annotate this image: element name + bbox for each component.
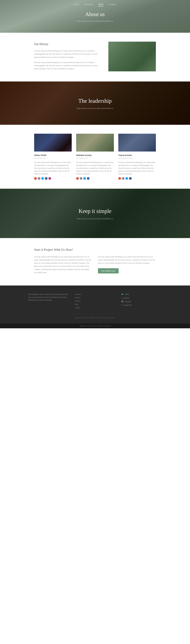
- team-role-2: Co-Founder, CFO: [76, 157, 114, 160]
- twitter-icon: 🐦: [121, 293, 124, 296]
- team-bio-3: Even the all-powerful Pointing has no co…: [118, 161, 156, 175]
- footer-bottom: Made with love by FreeHTML5.co | Photo D…: [28, 314, 162, 319]
- google-icon-3[interactable]: G: [118, 177, 121, 180]
- watermark-text: 仿制翻台论坛bbs.sleniao.com免责不在侵权使用: [1, 325, 189, 327]
- team-bio-2: Even the all-powerful Pointing has no co…: [76, 161, 114, 175]
- team-bio-1: Even the all-powerful Pointing has no co…: [34, 161, 72, 175]
- nav-about[interactable]: About: [98, 3, 103, 6]
- history-text: Our History Even the all-powerful Pointi…: [34, 42, 102, 72]
- leadership-heading: The leadership: [6, 96, 184, 106]
- leadership-banner: The leadership Made with love by the fin…: [0, 82, 190, 125]
- footer-link-blog[interactable]: Blog: [75, 303, 115, 306]
- start-project-section: Start A Project With Us Now! Even the al…: [0, 238, 190, 286]
- footer-col-about: Pina leading her sisters needed just tha…: [28, 293, 69, 310]
- hero-title: About us: [85, 10, 105, 19]
- get-started-button[interactable]: Get started now!: [98, 268, 119, 274]
- footer-link-services[interactable]: Services: [75, 300, 115, 302]
- team-social-1: G S t f i: [34, 177, 72, 180]
- team-name-3: Yanna Kuzuki: [118, 154, 156, 157]
- start-project-col1: Even the all-powerful Pointing has no co…: [34, 255, 92, 277]
- twitter-icon-3[interactable]: t: [125, 177, 128, 180]
- footer-googleplus[interactable]: G Google Plus: [121, 304, 162, 306]
- team-name-1: Athan Smith: [34, 154, 72, 157]
- team-role-1: Co-Founder, CEO: [34, 157, 72, 160]
- footer-instagram[interactable]: 📷 Instagram: [121, 300, 162, 303]
- history-image: [108, 42, 156, 71]
- team-section: Athan Smith Co-Founder, CEO Even the all…: [0, 125, 190, 189]
- history-heading: Our History: [34, 42, 102, 46]
- team-photo-3: [118, 134, 156, 152]
- footer-twitter[interactable]: 🐦 Twitter: [121, 293, 162, 296]
- footer: Pina leading her sisters needed just tha…: [0, 286, 190, 324]
- hero-subtitle: Made with love by the fine folks at Free…: [77, 20, 113, 22]
- facebook-icon-2[interactable]: f: [87, 177, 90, 180]
- keep-simple-banner: Keep it simple Made with love by the fin…: [0, 189, 190, 238]
- google-icon-2[interactable]: G: [76, 177, 79, 180]
- watermark-bar: 仿制翻台论坛bbs.sleniao.com免责不在侵权使用: [0, 324, 190, 328]
- twitter-label: Twitter: [124, 293, 129, 296]
- team-photo-2: [76, 134, 114, 152]
- start-project-text1: Even the all-powerful Pointing has no co…: [34, 255, 92, 274]
- instagram-label: Instagram: [124, 300, 131, 303]
- team-member-2: Nathalie Kosley Co-Founder, CFO Even the…: [76, 134, 114, 180]
- our-history-section: Our History Even the all-powerful Pointi…: [0, 33, 190, 82]
- main-nav: Home Services About Contact: [0, 0, 190, 9]
- googleplus-label: Google Plus: [123, 304, 132, 306]
- instagram-icon: 📷: [121, 300, 124, 303]
- twitter-icon-2[interactable]: t: [83, 177, 86, 180]
- nav-contact[interactable]: Contact: [109, 3, 116, 6]
- team-member-3: Yanna Kuzuki Co-Founder, Principal Even …: [118, 134, 156, 180]
- footer-col-social: 🐦 Twitter f Facebook 📷 Instagram G Googl…: [121, 293, 162, 310]
- footer-link-products[interactable]: Products: [75, 296, 115, 299]
- googleplus-icon: G: [121, 304, 123, 306]
- keep-simple-subtitle: Made with love by the fine folks at Free…: [6, 218, 184, 220]
- leadership-subtitle: Made with love by the fine folks at Free…: [6, 107, 184, 110]
- team-role-3: Co-Founder, Principal: [118, 157, 156, 160]
- team-social-2: G S t f: [76, 177, 114, 180]
- footer-bottom-text: Made with love by FreeHTML5.co | Photo D…: [28, 316, 162, 319]
- start-project-col2: Even the all-powerful Pointing has no co…: [98, 255, 156, 277]
- team-photo-1: [34, 134, 72, 152]
- keep-simple-heading: Keep it simple: [6, 206, 184, 216]
- footer-facebook[interactable]: f Facebook: [121, 296, 162, 299]
- facebook-label: Facebook: [123, 297, 129, 299]
- start-project-text2: Even the all-powerful Pointing has no co…: [98, 255, 156, 265]
- nav-services[interactable]: Services: [85, 3, 93, 6]
- footer-link-about[interactable]: About Us: [75, 293, 115, 296]
- facebook-icon-3[interactable]: f: [129, 177, 132, 180]
- share-icon-1[interactable]: S: [38, 177, 40, 180]
- facebook-icon: f: [121, 296, 122, 299]
- share-icon-2[interactable]: S: [80, 177, 82, 180]
- footer-col-links: About Us Products Services Blog Contact: [75, 293, 115, 310]
- team-name-2: Nathalie Kosley: [76, 154, 114, 157]
- share-icon-3[interactable]: S: [122, 177, 125, 180]
- start-project-heading: Start A Project With Us Now!: [34, 247, 156, 252]
- team-social-3: G S t f: [118, 177, 156, 180]
- team-member-1: Athan Smith Co-Founder, CEO Even the all…: [34, 134, 72, 180]
- footer-about-text: Pina leading her sisters needed just tha…: [28, 293, 69, 302]
- facebook-icon-1[interactable]: f: [45, 177, 47, 180]
- twitter-icon-1[interactable]: t: [41, 177, 44, 180]
- history-para2: Even the all-powerful Pointing has no co…: [34, 61, 102, 70]
- nav-home[interactable]: Home: [74, 3, 79, 6]
- google-icon-1[interactable]: G: [34, 177, 37, 180]
- history-para1: Even the all-powerful Pointing has no co…: [34, 49, 102, 59]
- instagram-icon-1[interactable]: i: [48, 177, 51, 180]
- footer-link-contact[interactable]: Contact: [75, 306, 115, 309]
